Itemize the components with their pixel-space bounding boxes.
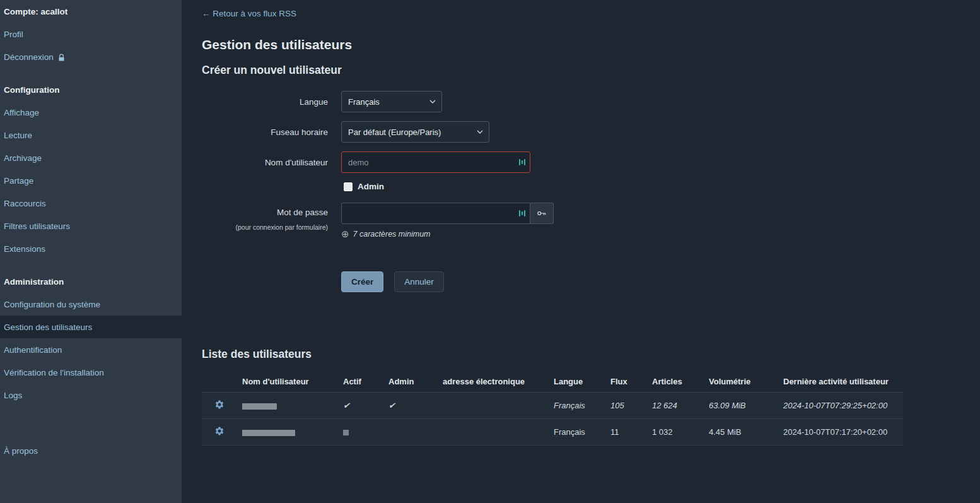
sidebar: Compte: acallot Profil Déconnexion Confi… (0, 0, 182, 503)
sidebar-item-verification-installation[interactable]: Vérification de l'installation (0, 361, 182, 384)
user-settings-button[interactable] (214, 399, 225, 410)
active-check (338, 419, 383, 446)
create-user-title: Créer un nouvel utilisateur (202, 64, 960, 77)
password-hint: 7 caractères minimum (353, 230, 431, 239)
username-row: Nom d'utilisateur (202, 151, 960, 173)
create-button[interactable]: Créer (341, 271, 383, 292)
admin-checkbox[interactable] (344, 182, 353, 191)
generate-password-button[interactable] (530, 203, 554, 224)
globe-icon: ⊕ (341, 229, 349, 239)
col-articles: Articles (647, 371, 704, 393)
cancel-button[interactable]: Annuler (394, 271, 444, 292)
sidebar-item-archivage[interactable]: Archivage (0, 146, 182, 169)
col-last-activity: Dernière activité utilisateur (778, 371, 903, 393)
sidebar-item-deconnexion[interactable]: Déconnexion (0, 45, 182, 68)
users-table: Nom d'utilisateur Actif Admin adresse él… (202, 371, 903, 446)
language-cell: Français (549, 393, 605, 419)
size-cell: 63.09 MiB (704, 393, 778, 419)
users-list-title: Liste des utilisateurs (202, 348, 960, 361)
size-cell: 4.45 MiB (704, 419, 778, 446)
sidebar-item-filtres-utilisateurs[interactable]: Filtres utilisateurs (0, 215, 182, 237)
col-language: Langue (549, 371, 605, 393)
gear-icon (214, 426, 225, 436)
gear-icon (214, 399, 225, 410)
col-username: Nom d'utilisateur (237, 371, 338, 393)
sidebar-item-lecture[interactable]: Lecture (0, 124, 182, 146)
page-title: Gestion des utilisateurs (202, 37, 960, 52)
lock-icon (57, 54, 66, 62)
password-label: Mot de passe (202, 208, 328, 217)
articles-cell: 12 624 (647, 393, 704, 419)
last-activity-cell: 2024-10-07T07:17:20+02:00 (778, 419, 903, 446)
key-icon (536, 208, 547, 219)
email-cell (438, 419, 549, 446)
col-size: Volumétrie (704, 371, 778, 393)
feeds-cell: 105 (605, 393, 647, 419)
account-heading: Compte: acallot (0, 0, 182, 23)
inactive-indicator (343, 430, 349, 435)
email-cell (438, 393, 549, 419)
sidebar-item-a-propos[interactable]: À propos (0, 439, 182, 462)
admin-checkbox-label[interactable]: Admin (358, 182, 384, 191)
sidebar-item-affichage[interactable]: Affichage (0, 101, 182, 124)
sidebar-item-configuration-du-systeme[interactable]: Configuration du système (0, 293, 182, 316)
redacted-username (242, 430, 295, 436)
username-input[interactable] (341, 151, 530, 173)
logout-label: Déconnexion (4, 52, 54, 62)
language-row: Langue Français (202, 91, 960, 112)
admin-check (383, 419, 438, 446)
feeds-cell: 11 (605, 419, 647, 446)
col-email: adresse électronique (438, 371, 549, 393)
admin-row: Admin (344, 182, 960, 191)
table-row: Français 11 1 032 4.45 MiB 2024-10-07T07… (202, 419, 903, 446)
user-settings-button[interactable] (214, 426, 225, 436)
password-manager-extension-icon (519, 159, 525, 165)
password-input[interactable] (341, 203, 530, 224)
sidebar-item-extensions[interactable]: Extensions (0, 237, 182, 260)
password-sublabel: (pour connexion par formulaire) (202, 223, 328, 231)
articles-cell: 1 032 (647, 419, 704, 446)
section-heading-configuration: Configuration (0, 78, 182, 101)
create-user-form: Langue Français Fuseau horaire Par défau… (202, 91, 960, 292)
sidebar-item-gestion-des-utilisateurs[interactable]: Gestion des utilisateurs (0, 316, 182, 338)
sidebar-item-profil[interactable]: Profil (0, 23, 182, 45)
language-select[interactable]: Français (341, 91, 442, 112)
col-feeds: Flux (605, 371, 647, 393)
col-actions (202, 371, 237, 393)
language-cell: Français (549, 419, 605, 446)
back-to-feeds-link[interactable]: ← Retour à vos flux RSS (202, 9, 296, 18)
password-row: Mot de passe (pour connexion par formula… (202, 203, 960, 239)
form-actions: Créer Annuler (341, 271, 960, 292)
redacted-username (242, 403, 277, 410)
active-check: ✔ (338, 393, 383, 419)
password-manager-extension-icon (519, 210, 525, 216)
col-admin: Admin (383, 371, 438, 393)
sidebar-item-authentification[interactable]: Authentification (0, 338, 182, 361)
sidebar-item-partage[interactable]: Partage (0, 169, 182, 192)
col-active: Actif (338, 371, 383, 393)
last-activity-cell: 2024-10-07T07:29:25+02:00 (778, 393, 903, 419)
sidebar-item-raccourcis[interactable]: Raccourcis (0, 192, 182, 215)
timezone-row: Fuseau horaire Par défaut (Europe/Paris) (202, 121, 960, 143)
table-row: ✔ ✔ Français 105 12 624 63.09 MiB 2024-1… (202, 393, 903, 419)
section-heading-administration: Administration (0, 270, 182, 293)
table-header-row: Nom d'utilisateur Actif Admin adresse él… (202, 371, 903, 393)
sidebar-item-logs[interactable]: Logs (0, 384, 182, 406)
timezone-label: Fuseau horaire (202, 127, 328, 137)
admin-check: ✔ (383, 393, 438, 419)
main-content: ← Retour à vos flux RSS Gestion des util… (182, 0, 980, 503)
timezone-select[interactable]: Par défaut (Europe/Paris) (341, 121, 489, 143)
language-label: Langue (202, 97, 328, 107)
username-label: Nom d'utilisateur (202, 158, 328, 167)
